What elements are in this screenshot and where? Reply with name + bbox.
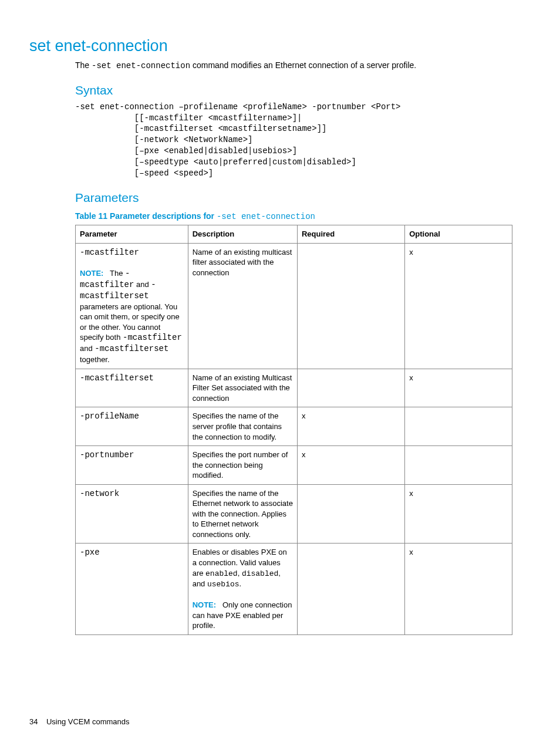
cell-optional: x [405, 544, 512, 634]
th-parameter: Parameter [76, 225, 188, 244]
cell-optional [405, 407, 512, 446]
table-row: -networkSpecifies the name of the Ethern… [76, 484, 512, 544]
cell-description: Name of an existing multicast filter ass… [188, 243, 297, 369]
cell-required: x [297, 407, 404, 446]
th-required: Required [297, 225, 404, 244]
intro-code: -set enet-connection [92, 61, 190, 70]
parameters-table: Parameter Description Required Optional … [75, 225, 512, 635]
table-row: -profileNameSpecifies the name of the se… [76, 407, 512, 446]
cell-parameter: -mcastfilterset [76, 369, 188, 407]
cell-description: Name of an existing Multicast Filter Set… [188, 369, 297, 407]
table-caption: Table 11 Parameter descriptions for -set… [75, 211, 507, 222]
parameters-heading: Parameters [75, 190, 507, 206]
intro-post: command modifies an Ethernet connection … [190, 60, 416, 70]
cell-parameter: -portnumber [76, 446, 188, 485]
th-description: Description [188, 225, 297, 244]
table-caption-code: -set enet-connection [217, 212, 315, 221]
table-row: -pxeEnables or disables PXE on a connect… [76, 544, 512, 634]
cell-description: Specifies the name of the server profile… [188, 407, 297, 446]
th-optional: Optional [405, 225, 512, 244]
table-row: -mcastfilterNOTE: The -mcastfilter and -… [76, 243, 512, 369]
table-row: -portnumberSpecifies the port number of … [76, 446, 512, 485]
intro-paragraph: The -set enet-connection command modifie… [75, 60, 507, 72]
table-row: -mcastfiltersetName of an existing Multi… [76, 369, 512, 407]
cell-required [297, 484, 404, 544]
cell-parameter: -network [76, 484, 188, 544]
cell-optional: x [405, 369, 512, 407]
syntax-heading: Syntax [75, 82, 507, 99]
cell-parameter: -mcastfilterNOTE: The -mcastfilter and -… [76, 243, 188, 369]
cell-parameter: -pxe [76, 544, 188, 634]
syntax-code-block: -set enet-connection –profilename <profi… [75, 102, 507, 179]
table-caption-pre: Table 11 Parameter descriptions for [75, 211, 217, 221]
cell-description: Specifies the name of the Ethernet netwo… [188, 484, 297, 544]
cell-description: Enables or disables PXE on a connection.… [188, 544, 297, 634]
cell-required: x [297, 446, 404, 485]
cell-required [297, 369, 404, 407]
intro-pre: The [75, 60, 92, 70]
cell-required [297, 243, 404, 369]
cell-parameter: -profileName [76, 407, 188, 446]
section-title: set enet-connection [29, 35, 507, 56]
cell-required [297, 544, 404, 634]
cell-optional: x [405, 243, 512, 369]
cell-optional [405, 446, 512, 485]
table-header-row: Parameter Description Required Optional [76, 225, 512, 244]
cell-optional: x [405, 484, 512, 544]
cell-description: Specifies the port number of the connect… [188, 446, 297, 485]
